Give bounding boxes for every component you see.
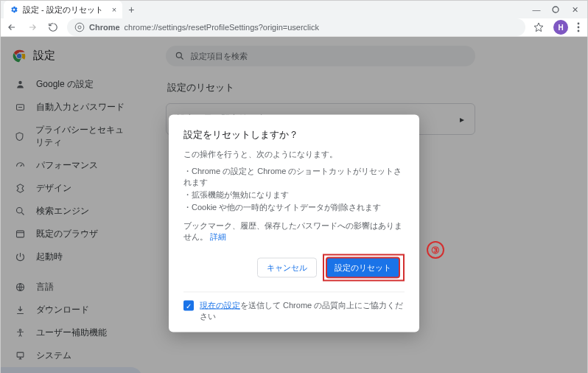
svg-point-4: [578, 27, 580, 29]
details-link[interactable]: 詳細: [210, 232, 226, 241]
svg-point-3: [578, 23, 580, 25]
avatar[interactable]: H: [553, 20, 568, 35]
dialog-note: ブックマーク、履歴、保存したパスワードへの影響はありません。 詳細: [183, 220, 405, 243]
annotation-highlight: 設定のリセット: [323, 254, 405, 282]
confirm-reset-button[interactable]: 設定のリセット: [326, 257, 400, 279]
annotation-number: ③: [427, 241, 444, 259]
dialog-bullet: ・Chrome の設定と Chrome のショートカットがリセットされます: [183, 166, 405, 188]
dialog-subtitle: この操作を行うと、次のようになります。: [183, 149, 405, 160]
back-button[interactable]: [5, 21, 18, 34]
maximize-button[interactable]: [550, 4, 561, 15]
dialog-bullet: ・拡張機能が無効になります: [183, 189, 405, 201]
svg-point-0: [553, 7, 559, 13]
reset-dialog: 設定をリセットしますか？ この操作を行うと、次のようになります。 ・Chrome…: [169, 115, 419, 332]
checkbox-label: 現在の設定を送信して Chrome の品質向上にご協力ください: [200, 300, 405, 322]
svg-point-2: [78, 26, 81, 29]
checkbox[interactable]: ✓: [183, 301, 194, 311]
menu-icon[interactable]: [577, 22, 580, 32]
close-window-button[interactable]: ✕: [570, 4, 580, 15]
browser-tab[interactable]: 設定 - 設定のリセット ×: [4, 1, 122, 18]
reload-button[interactable]: [46, 21, 60, 34]
svg-point-1: [75, 23, 84, 32]
dialog-title: 設定をリセットしますか？: [183, 128, 405, 142]
cancel-button[interactable]: キャンセル: [257, 258, 317, 278]
forward-button[interactable]: [26, 21, 39, 34]
gear-icon: [10, 5, 18, 14]
bookmark-star-icon[interactable]: [533, 21, 545, 33]
address-bar[interactable]: Chrome chrome://settings/resetProfileSet…: [67, 18, 525, 36]
dialog-bullet: ・Cookie や他の一時的なサイトデータが削除されます: [183, 202, 405, 213]
tab-title: 設定 - 設定のリセット: [23, 4, 103, 15]
url-text: chrome://settings/resetProfileSettings?o…: [125, 23, 319, 32]
chrome-icon: [74, 22, 85, 32]
title-bar: 設定 - 設定のリセット × + — ✕: [1, 1, 587, 18]
close-icon[interactable]: ×: [112, 5, 116, 14]
new-tab-button[interactable]: +: [122, 1, 140, 18]
minimize-button[interactable]: —: [531, 4, 542, 15]
svg-point-5: [578, 30, 580, 32]
chrome-label: Chrome: [89, 23, 120, 32]
current-settings-link[interactable]: 現在の設定: [200, 301, 240, 310]
